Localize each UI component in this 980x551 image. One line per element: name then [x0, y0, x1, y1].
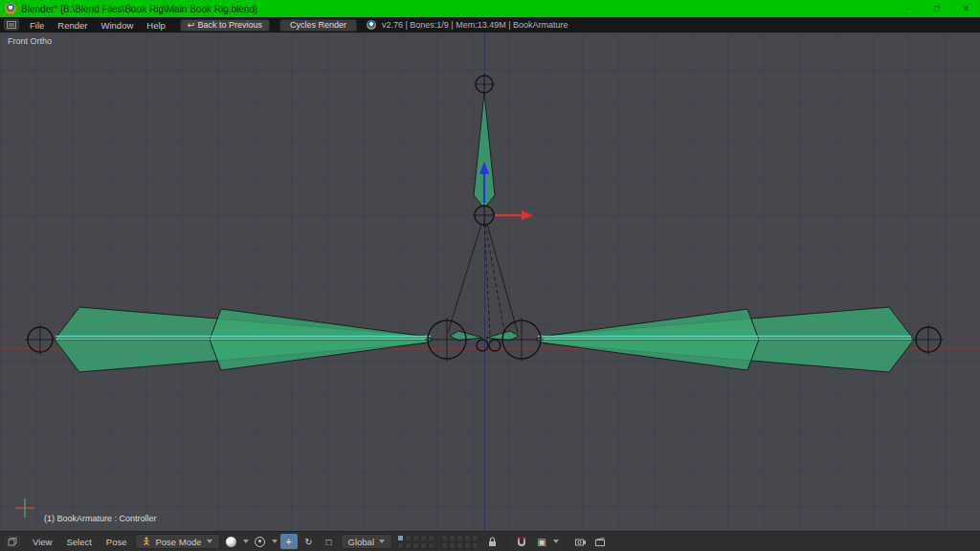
separator: [565, 535, 566, 548]
chevron-down-icon: [207, 540, 212, 543]
blender-logo-icon: [5, 3, 16, 14]
blender-logo-small-icon: [367, 20, 376, 30]
layer-cell[interactable]: [405, 535, 412, 541]
window-controls: ─ □ ✕: [894, 0, 980, 17]
layer-cell[interactable]: [457, 535, 463, 541]
status-text: v2.76 | Bones:1/9 | Mem:13.49M | BookArm…: [382, 20, 568, 30]
layer-cell[interactable]: [397, 542, 404, 549]
layer-cell[interactable]: [420, 535, 427, 541]
menu-pose[interactable]: Pose: [100, 537, 133, 547]
viewport-3d[interactable]: Front Ortho (1) BookArmature : Controlle…: [0, 33, 980, 531]
viewport-grid: [0, 33, 980, 531]
menu-select[interactable]: Select: [60, 537, 97, 547]
viewport-shading-button[interactable]: [223, 534, 240, 549]
info-header: File Render Window Help ↩ Back to Previo…: [0, 17, 980, 33]
magnet-icon: [517, 537, 526, 547]
pivot-center-button[interactable]: [252, 534, 269, 549]
snap-chevron-icon: [553, 540, 559, 543]
layer-cell[interactable]: [472, 542, 479, 549]
layer-cell[interactable]: [397, 535, 404, 541]
lock-icon: [488, 537, 497, 547]
render-engine-value: Cycles Render: [290, 20, 346, 30]
layer-cell[interactable]: [457, 542, 463, 549]
layer-cell[interactable]: [428, 542, 434, 549]
menu-help[interactable]: Help: [140, 20, 172, 31]
layer-cell[interactable]: [472, 535, 479, 541]
pivot-icon: [255, 537, 265, 547]
layer-cell[interactable]: [428, 535, 434, 541]
camera-icon: [575, 538, 586, 546]
viewport-header: View Select Pose Pose Mode + ↻ □ Global: [0, 531, 980, 551]
pose-mode-icon: [143, 537, 150, 546]
layer-cell[interactable]: [449, 535, 456, 541]
clapper-icon: [595, 538, 605, 546]
layer-cell[interactable]: [441, 542, 448, 549]
layer-cell[interactable]: [441, 535, 448, 541]
opengl-render-button[interactable]: [571, 534, 589, 549]
render-engine-select[interactable]: Cycles Render: [279, 19, 357, 32]
viewport-scene: [0, 33, 980, 531]
back-to-previous-label: Back to Previous: [197, 20, 262, 30]
orientation-chevron-icon: [379, 540, 385, 543]
layer-cell[interactable]: [412, 542, 419, 549]
editor-3dview-icon: [8, 538, 17, 546]
view-name-label: Front Ortho: [8, 36, 52, 46]
manipulator-translate-button[interactable]: +: [280, 534, 298, 549]
layer-cell[interactable]: [412, 535, 419, 541]
layers-group-2[interactable]: [441, 535, 479, 549]
active-object-label: (1) BookArmature : Controller: [44, 514, 157, 523]
back-to-previous-button[interactable]: ↩ Back to Previous: [180, 19, 270, 32]
transform-orientation-value: Global: [348, 537, 374, 547]
layer-cell[interactable]: [449, 542, 456, 549]
snap-toggle-button[interactable]: [513, 534, 530, 549]
info-editor-icon: [7, 21, 16, 29]
shading-sphere-icon: [226, 537, 236, 547]
snap-element-select[interactable]: ▣: [533, 534, 550, 549]
manipulator-rotate-button[interactable]: ↻: [301, 534, 318, 549]
shading-chevron-icon: [243, 540, 249, 543]
back-icon: ↩: [188, 20, 195, 30]
manipulator-scale-button[interactable]: □: [321, 534, 338, 549]
opengl-render-animation-button[interactable]: [591, 534, 609, 549]
layer-cell[interactable]: [464, 542, 471, 549]
layers-group-1[interactable]: [397, 535, 434, 549]
menu-render[interactable]: Render: [51, 20, 94, 31]
info-editor-type-button[interactable]: [4, 19, 19, 31]
menu-view[interactable]: View: [27, 537, 57, 547]
menu-file[interactable]: File: [23, 20, 51, 31]
minimize-button[interactable]: ─: [894, 0, 923, 17]
blender-window: Blender* [B:\Blend Files\Book Rig\Main B…: [0, 0, 980, 551]
layer-cell[interactable]: [464, 535, 471, 541]
layer-cell[interactable]: [405, 542, 412, 549]
titlebar: Blender* [B:\Blend Files\Book Rig\Main B…: [0, 0, 980, 17]
layer-cell[interactable]: [420, 542, 427, 549]
lock-to-scene-button[interactable]: [483, 534, 501, 549]
mode-select-value: Pose Mode: [155, 537, 201, 547]
maximize-button[interactable]: □: [923, 0, 951, 17]
transform-orientation-select[interactable]: Global: [341, 534, 392, 549]
viewport-editor-type-button[interactable]: [5, 536, 20, 547]
mode-select[interactable]: Pose Mode: [135, 534, 219, 549]
separator: [506, 535, 507, 548]
window-title: Blender* [B:\Blend Files\Book Rig\Main B…: [21, 4, 889, 14]
menu-window[interactable]: Window: [94, 20, 140, 31]
close-button[interactable]: ✕: [951, 0, 980, 17]
pivot-chevron-icon: [272, 540, 278, 543]
